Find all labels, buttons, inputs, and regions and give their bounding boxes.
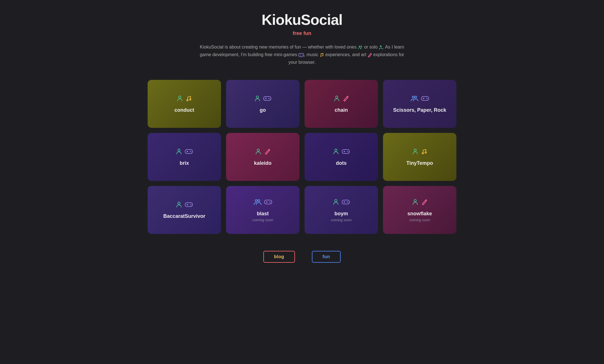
card-icons-tinytempo [412,148,427,155]
card-icons-brix [176,148,193,155]
svg-point-21 [412,96,414,98]
svg-point-55 [269,201,270,202]
card-icons-baccaratsurvivor [176,201,193,208]
card-icons-go [254,95,271,102]
card-baccaratsurvivor[interactable]: BaccaratSurvivor [148,186,221,234]
card-coming-soon-blast: coming soon [252,218,273,222]
svg-point-26 [426,98,427,99]
card-title-kaleido: kaleido [254,160,272,166]
svg-point-56 [270,202,271,203]
svg-point-63 [414,199,416,202]
svg-point-6 [302,54,303,55]
svg-point-32 [190,151,191,152]
site-subtitle: free fun [293,30,311,36]
svg-point-1 [361,46,362,47]
svg-point-39 [347,151,348,152]
blog-button[interactable]: blog [263,251,295,263]
svg-point-9 [322,55,323,56]
card-icons-blast [253,199,272,205]
card-title-go: go [260,107,266,113]
card-icons-snowflake [412,199,427,205]
svg-point-34 [257,149,259,151]
svg-point-0 [359,46,360,47]
card-boym[interactable]: boymcoming soon [305,186,378,234]
card-snowflake[interactable]: snowflakecoming soon [383,186,456,234]
card-title-boym: boym [334,211,348,217]
card-kaleido[interactable]: kaleido [226,133,299,181]
svg-point-35 [335,149,337,151]
card-icons-scissors-paper-rock [410,95,429,102]
svg-point-18 [268,98,269,99]
card-dots[interactable]: dots [305,133,378,181]
svg-point-22 [415,96,417,98]
svg-point-8 [320,56,321,57]
svg-point-48 [190,204,191,205]
svg-point-44 [178,202,180,204]
card-go[interactable]: go [226,80,299,128]
card-scissors-paper-rock[interactable]: Scissors, Paper, Rock [383,80,456,128]
card-title-blast: blast [257,211,269,217]
card-title-conduct: conduct [174,107,194,113]
svg-point-27 [427,98,428,99]
card-title-baccaratsurvivor: BaccaratSurvivor [163,213,205,219]
svg-point-51 [258,199,260,201]
svg-point-14 [256,96,259,98]
svg-point-7 [303,55,303,56]
card-conduct[interactable]: conduct [148,80,221,128]
card-icons-conduct [177,95,192,102]
footer-buttons: blog fun [263,251,341,263]
svg-point-49 [191,205,192,205]
svg-point-19 [269,98,270,99]
svg-point-2 [380,45,382,47]
svg-point-61 [347,201,348,202]
svg-point-11 [179,96,181,98]
card-title-dots: dots [336,160,347,166]
game-grid: conduct go chain Scissors, Paper, Rock b [148,80,456,234]
card-tinytempo[interactable]: TinyTempo [383,133,456,181]
svg-point-20 [336,96,338,98]
fun-button[interactable]: fun [312,251,341,263]
svg-point-28 [178,149,180,151]
svg-point-57 [335,199,337,202]
card-brix[interactable]: brix [148,133,221,181]
svg-point-50 [255,199,257,201]
svg-point-41 [414,149,416,151]
card-title-snowflake: snowflake [407,211,432,217]
card-icons-kaleido [255,148,270,155]
svg-line-10 [371,53,371,54]
svg-point-33 [191,152,192,152]
card-title-tinytempo: TinyTempo [406,160,433,166]
card-title-scissors-paper-rock: Scissors, Paper, Rock [393,107,446,113]
site-title: KiokuSocial [262,11,343,28]
card-icons-dots [333,148,350,155]
card-icons-chain [334,95,349,102]
svg-point-40 [348,152,349,152]
site-description: KiokuSocial is about creating new memori… [198,43,406,66]
svg-point-62 [348,202,349,203]
card-chain[interactable]: chain [305,80,378,128]
card-title-brix: brix [180,160,189,166]
card-coming-soon-boym: coming soon [331,218,352,222]
card-blast[interactable]: blastcoming soon [226,186,299,234]
card-coming-soon-snowflake: coming soon [409,218,430,222]
card-title-chain: chain [334,107,348,113]
card-icons-boym [333,199,350,205]
